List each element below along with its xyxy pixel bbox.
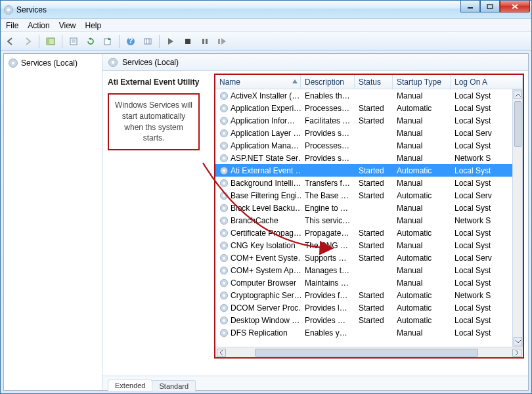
help-button[interactable]: ?: [123, 34, 138, 49]
cell-status: Started: [355, 190, 393, 201]
tab-standard[interactable]: Standard: [152, 380, 196, 391]
column-header-status[interactable]: Status: [355, 75, 393, 89]
stop-service-button[interactable]: [181, 34, 195, 49]
console-tree-pane: Services (Local): [4, 54, 102, 390]
play-icon: [167, 37, 175, 45]
cell-description: Supports Sy…: [301, 253, 355, 263]
scroll-left-button[interactable]: [217, 349, 226, 357]
svg-rect-14: [144, 39, 151, 44]
export-button[interactable]: [100, 34, 115, 49]
restart-service-button[interactable]: [215, 34, 229, 49]
start-service-button[interactable]: [164, 34, 178, 49]
scroll-up-button[interactable]: [514, 91, 522, 99]
service-row[interactable]: Cryptographic Ser…Provides fo…StartedAut…: [215, 289, 523, 301]
scroll-thumb[interactable]: [514, 101, 521, 147]
scroll-thumb[interactable]: [255, 349, 478, 357]
column-header-startup[interactable]: Startup Type: [393, 75, 451, 89]
service-row[interactable]: Computer BrowserMaintains a…ManualLocal …: [215, 276, 523, 289]
scroll-right-button[interactable]: [512, 349, 521, 357]
toolbar: ?: [1, 32, 531, 51]
tree-pane-icon: [46, 37, 55, 46]
cell-description: Propagates …: [301, 228, 355, 238]
close-button[interactable]: [500, 1, 530, 12]
gear-icon: [219, 278, 229, 288]
service-row[interactable]: CNG Key IsolationThe CNG ke…StartedManua…: [215, 239, 523, 252]
service-row[interactable]: COM+ System Ap…Manages th…ManualLocal Sy…: [215, 264, 523, 276]
column-header-name[interactable]: Name: [215, 75, 301, 89]
cell-startup: Automatic: [393, 103, 451, 114]
column-header-logon[interactable]: Log On A: [451, 75, 523, 89]
service-row[interactable]: DCOM Server Proc…Provides lau…StartedAut…: [215, 301, 523, 314]
cell-startup: Manual: [393, 215, 451, 226]
minimize-icon: [467, 4, 474, 9]
service-row[interactable]: DFS ReplicationEnables you…ManualLocal S…: [215, 326, 523, 339]
service-row[interactable]: BranchCacheThis service …ManualNetwork S: [215, 214, 523, 227]
refresh-button[interactable]: [83, 34, 98, 49]
svg-rect-20: [218, 39, 220, 44]
vertical-scrollbar[interactable]: [512, 89, 523, 347]
gear-icon: [219, 154, 229, 163]
service-row[interactable]: Desktop Window …Provides De…StartedAutom…: [215, 314, 523, 326]
svg-point-30: [223, 120, 225, 122]
tab-extended[interactable]: Extended: [108, 380, 152, 391]
service-row[interactable]: Application Mana…Processes in…ManualLoca…: [215, 139, 523, 152]
cell-name: Block Level Backu…: [215, 203, 301, 213]
maximize-button[interactable]: [480, 1, 500, 12]
menu-file[interactable]: File: [6, 21, 18, 30]
toolbar-button-extra[interactable]: [141, 34, 155, 49]
forward-button[interactable]: [20, 34, 35, 49]
gear-icon: [219, 303, 229, 313]
menu-view[interactable]: View: [59, 21, 76, 30]
tree-root-services-local[interactable]: Services (Local): [7, 56, 99, 70]
right-header-label: Services (Local): [122, 58, 179, 67]
show-hide-tree-button[interactable]: [43, 34, 58, 49]
toolbar-separator: [39, 35, 39, 48]
service-row[interactable]: Application Infor…Facilitates t…StartedM…: [215, 114, 523, 127]
scroll-down-button[interactable]: [514, 337, 522, 345]
service-row[interactable]: Base Filtering Engi…The Base Fil…Started…: [215, 189, 523, 202]
cell-startup: Automatic: [393, 253, 451, 263]
service-row[interactable]: Ati External Event …StartedAutomaticLoca…: [215, 164, 523, 177]
cell-description: Provides fo…: [301, 290, 355, 301]
menu-help[interactable]: Help: [85, 21, 102, 30]
cell-startup: Manual: [393, 278, 451, 288]
properties-button[interactable]: [66, 34, 81, 49]
chevron-up-icon: [516, 93, 521, 97]
restart-icon: [217, 37, 227, 45]
selected-service-title: Ati External Event Utility: [108, 77, 209, 87]
column-header-description[interactable]: Description: [301, 75, 355, 89]
service-row[interactable]: Block Level Backu…Engine to p…ManualLoca…: [215, 202, 523, 214]
cell-startup: Manual: [393, 91, 451, 101]
service-row[interactable]: Application Experi…Processes a…StartedAu…: [215, 102, 523, 114]
minimize-button[interactable]: [460, 1, 480, 12]
svg-rect-7: [47, 38, 49, 45]
annotation-callout: Windows Services will start automaticall…: [108, 93, 200, 150]
cell-status: [355, 95, 393, 97]
cell-name: Computer Browser: [215, 278, 301, 288]
services-icon: [3, 5, 14, 15]
svg-point-24: [112, 60, 114, 63]
horizontal-scrollbar[interactable]: [215, 347, 523, 357]
service-row[interactable]: Background Intelli…Transfers fil…Started…: [215, 177, 523, 189]
service-row[interactable]: Certificate Propag…Propagates …StartedAu…: [215, 227, 523, 239]
service-row[interactable]: ActiveX Installer (…Enables the …ManualL…: [215, 89, 523, 102]
cell-description: Facilitates t…: [301, 116, 355, 126]
gear-icon: [219, 328, 229, 338]
service-row[interactable]: ASP.NET State Ser…Provides su…ManualNetw…: [215, 152, 523, 164]
gear-icon: [8, 58, 18, 68]
toolbar-separator: [159, 35, 160, 48]
service-row[interactable]: Application Layer …Provides su…ManualLoc…: [215, 127, 523, 139]
svg-rect-2: [468, 7, 473, 9]
service-row[interactable]: COM+ Event Syste…Supports Sy…StartedAuto…: [215, 252, 523, 264]
pause-service-button[interactable]: [198, 34, 212, 49]
menu-action[interactable]: Action: [28, 21, 49, 30]
titlebar[interactable]: Services: [1, 1, 531, 19]
right-header: Services (Local): [102, 54, 528, 71]
cell-status: Started: [355, 290, 393, 301]
tree-root-label: Services (Local): [21, 58, 78, 68]
list-rows: ActiveX Installer (…Enables the …ManualL…: [215, 89, 523, 347]
refresh-icon: [86, 37, 95, 46]
back-button[interactable]: [3, 34, 18, 49]
cell-description: Transfers fil…: [301, 178, 355, 188]
cell-description: Maintains a…: [301, 278, 355, 288]
